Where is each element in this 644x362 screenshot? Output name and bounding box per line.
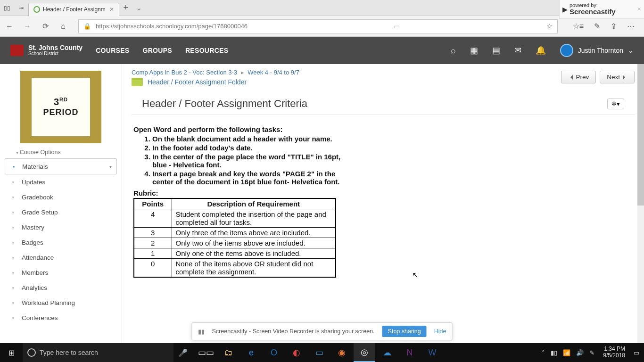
desc-cell: Only three of the items above are includ… xyxy=(172,228,336,238)
tab-actions-icon[interactable]: ▯▯ xyxy=(0,0,14,16)
sidebar-icon: ▪ xyxy=(9,239,17,246)
gear-button[interactable]: ✲▾ xyxy=(607,99,624,109)
col-desc: Description of Requirement xyxy=(172,198,336,209)
badge-close-icon[interactable]: ✕ xyxy=(637,6,641,12)
pause-icon[interactable]: ▮▮ xyxy=(198,328,205,335)
file-explorer-icon[interactable]: 🗂 xyxy=(218,343,239,362)
col-points: Points xyxy=(134,198,172,209)
url-bar[interactable]: 🔒 https://stjohnsschools.schoology.com/p… xyxy=(78,19,558,33)
course-image[interactable]: 3RD PERIOD xyxy=(20,71,101,143)
more-icon[interactable]: ⋯ xyxy=(627,22,635,31)
calendar-icon[interactable]: ▤ xyxy=(492,45,500,56)
task-view-icon[interactable]: ▭▭ xyxy=(195,343,217,362)
org-logo[interactable]: St. Johns County School District xyxy=(10,44,83,56)
sidebar-item-materials[interactable]: ▪Materials▾ xyxy=(5,158,117,174)
notifications-icon[interactable]: 🔔 xyxy=(536,45,546,56)
taskbar-search[interactable]: Type here to search xyxy=(23,343,173,362)
sidebar-item-badges[interactable]: ▪Badges xyxy=(5,235,117,250)
sidebar-item-grade-setup[interactable]: ▪Grade Setup xyxy=(5,205,117,220)
sidebar-item-attendance[interactable]: ▪Attendance xyxy=(5,250,117,265)
desc-cell: Only one of the items above is included. xyxy=(172,248,336,259)
crumb-course[interactable]: Comp Apps in Bus 2 - Voc: Section 3-3 xyxy=(132,69,237,76)
set-aside-icon[interactable]: ⇥ xyxy=(14,0,28,16)
edge-icon[interactable]: e xyxy=(240,343,262,362)
powered-by-label: powered by: xyxy=(570,2,598,8)
screencastify-brand: Screencastify xyxy=(570,8,616,16)
points-cell: 0 xyxy=(134,259,172,278)
notes-icon[interactable]: ✎ xyxy=(594,22,600,31)
period-number: 3 xyxy=(54,97,59,107)
cortana-icon xyxy=(27,348,36,357)
hide-button[interactable]: Hide xyxy=(434,328,446,335)
word-icon[interactable]: W xyxy=(421,343,443,362)
page-title: Header / Footer Assignment Criteria xyxy=(142,98,307,110)
app-red-icon[interactable]: ◐ xyxy=(286,343,307,362)
new-tab-button[interactable]: + xyxy=(119,3,132,13)
chevron-down-icon: ⌄ xyxy=(628,47,634,54)
table-row: 0None of the items above OR student did … xyxy=(134,259,336,278)
browser-tab[interactable]: Header / Footer Assignm ✕ xyxy=(28,3,119,16)
apps-icon[interactable]: ▦ xyxy=(470,45,478,56)
reading-view-icon[interactable]: ▭ xyxy=(394,23,400,30)
home-button[interactable]: ⌂ xyxy=(58,22,68,31)
outlook-icon[interactable]: O xyxy=(263,343,285,362)
app-blue-icon[interactable]: ▭ xyxy=(308,343,330,362)
nav-resources[interactable]: RESOURCES xyxy=(185,47,228,54)
sidebar-item-workload-planning[interactable]: ▪Workload Planning xyxy=(5,295,117,310)
sidebar-icon: ▪ xyxy=(9,223,17,231)
mail-icon[interactable]: ✉ xyxy=(514,45,521,56)
nav-groups[interactable]: GROUPS xyxy=(142,47,172,54)
app-header: St. Johns County School District COURSES… xyxy=(0,37,644,64)
folder-link[interactable]: Header / Footer Assigment Folder xyxy=(148,78,247,86)
user-menu[interactable]: Justin Thornton ⌄ xyxy=(560,44,634,57)
volume-icon[interactable]: 🔊 xyxy=(576,349,584,356)
forward-button[interactable]: → xyxy=(23,22,32,31)
desc-cell: Student completed the insertion of the p… xyxy=(172,209,336,228)
onedrive-icon[interactable]: ☁ xyxy=(376,343,398,362)
step-item: In the footer add today's date. xyxy=(152,143,341,152)
next-button[interactable]: Next xyxy=(600,71,635,83)
refresh-button[interactable]: ⟳ xyxy=(41,22,50,31)
favorite-icon[interactable]: ☆ xyxy=(546,22,553,31)
favorites-list-icon[interactable]: ☆≡ xyxy=(573,22,584,31)
back-button[interactable]: ← xyxy=(5,22,14,31)
rubric-heading: Rubric: xyxy=(133,189,633,197)
taskbar: ⊞ Type here to search 🎤 ▭▭ 🗂 e O ◐ ▭ ◉ ◎… xyxy=(0,343,644,362)
schoology-favicon-icon xyxy=(33,6,40,13)
step-item: Insert a page break and key the words "P… xyxy=(152,169,341,186)
sidebar-item-conferences[interactable]: ▪Conferences xyxy=(5,310,117,325)
wifi-icon[interactable]: 📶 xyxy=(563,349,570,356)
clock[interactable]: 1:34 PM 9/5/2018 xyxy=(600,346,628,359)
assignment-content: Open Word and perform the following task… xyxy=(122,115,644,288)
sidebar-icon: ▪ xyxy=(9,193,17,201)
sidebar-icon: ▪ xyxy=(10,163,17,170)
tab-overflow-icon[interactable]: ⌄ xyxy=(132,3,146,12)
chrome-icon[interactable]: ◎ xyxy=(354,343,375,362)
nav-courses[interactable]: COURSES xyxy=(96,47,129,54)
scrollbar[interactable] xyxy=(637,64,644,343)
start-button[interactable]: ⊞ xyxy=(0,348,23,357)
sidebar-item-analytics[interactable]: ▪Analytics xyxy=(5,280,117,295)
folder-icon xyxy=(132,78,143,86)
action-center-icon[interactable]: ▭ xyxy=(634,349,639,356)
onenote-icon[interactable]: N xyxy=(399,343,421,362)
pen-icon[interactable]: ✎ xyxy=(589,349,594,356)
step-item: In the center of the page place the word… xyxy=(152,152,341,169)
sidebar-item-mastery[interactable]: ▪Mastery xyxy=(5,220,117,235)
share-icon[interactable]: ⇪ xyxy=(611,22,617,31)
prev-button[interactable]: Prev xyxy=(561,71,596,83)
crumb-week[interactable]: Week 4 - 9/4 to 9/7 xyxy=(248,69,299,76)
url-text: https://stjohnsschools.schoology.com/pag… xyxy=(96,23,248,30)
stop-sharing-button[interactable]: Stop sharing xyxy=(382,326,427,337)
firefox-icon[interactable]: ◉ xyxy=(331,343,353,362)
tray-chevron-icon[interactable]: ˄ xyxy=(542,349,545,356)
step-item: On the blank document add a header with … xyxy=(152,134,341,143)
mic-icon[interactable]: 🎤 xyxy=(173,348,192,357)
sidebar-item-updates[interactable]: ▪Updates xyxy=(5,174,117,189)
search-icon[interactable]: ⌕ xyxy=(451,46,456,56)
tab-close-icon[interactable]: ✕ xyxy=(106,6,114,13)
battery-icon[interactable]: ▮▯ xyxy=(551,349,557,356)
sidebar-item-members[interactable]: ▪Members xyxy=(5,265,117,280)
sidebar-item-gradebook[interactable]: ▪Gradebook xyxy=(5,189,117,205)
course-options[interactable]: Course Options xyxy=(16,149,122,156)
